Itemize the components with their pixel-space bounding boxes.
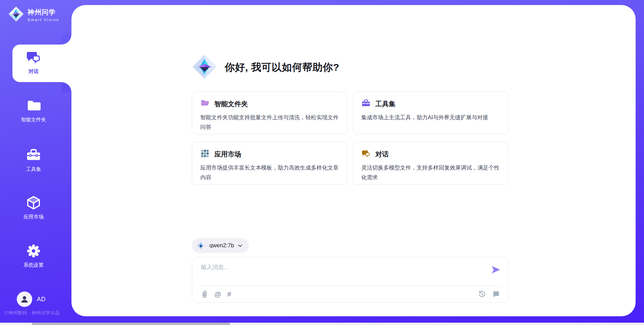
model-selector[interactable]: qwen2:7b: [192, 238, 249, 253]
app-subtitle: Smart Vision: [28, 18, 59, 22]
greeting-title: 你好, 我可以如何帮助你?: [225, 61, 339, 74]
feature-cards: 智能文件夹 智能文件夹功能支持批量文件上传与清洗，轻松实现文件问答: [192, 91, 508, 185]
topic-button[interactable]: #: [227, 290, 231, 298]
paperclip-icon: [201, 290, 208, 298]
toolbox-icon: [361, 99, 371, 109]
card-title: 智能文件夹: [214, 100, 248, 109]
sidebar-item-label: 工具集: [0, 166, 67, 173]
card-title: 应用市场: [214, 150, 241, 159]
composer-divider: [199, 286, 501, 286]
mention-button[interactable]: @: [214, 290, 221, 298]
chat-icon: [25, 49, 42, 66]
at-icon: @: [214, 290, 221, 298]
app-title: 神州问学: [28, 8, 59, 17]
avatar: [17, 291, 32, 307]
sidebar-item-settings[interactable]: 系统设置: [0, 243, 67, 268]
user-chip[interactable]: AD: [17, 291, 46, 307]
grid-icon: [200, 149, 210, 159]
sidebar-item-label: 智能文件夹: [0, 117, 67, 123]
sidebar-footer-credit: ©神州数码 · 神州问学出品: [5, 310, 72, 316]
app-logo: 神州问学 Smart Vision: [8, 6, 59, 23]
card-desc: 应用市场提供丰富长文本模板，助力高效生成多样化文章内容: [200, 163, 339, 182]
sidebar-item-chat[interactable]: 对话: [0, 49, 67, 75]
tab-fillet-top: [61, 35, 71, 45]
model-name: qwen2:7b: [209, 242, 234, 249]
model-diamond-icon: [197, 241, 205, 250]
content-layer: 你好, 我可以如何帮助你? 智能文件夹 智能文件夹功能支持批量文件上传与清洗，轻…: [71, 5, 636, 316]
sidebar-item-label: 应用市场: [0, 214, 67, 220]
sidebar-item-app-market[interactable]: 应用市场: [0, 195, 67, 220]
user-initials: AD: [37, 296, 46, 303]
folder-icon: [26, 98, 41, 115]
brand-diamond-icon: [8, 6, 24, 23]
sidebar-item-label: 对话: [0, 68, 67, 75]
new-chat-button[interactable]: [492, 290, 500, 298]
chevron-down-icon: [237, 243, 243, 248]
folder-open-icon: [200, 99, 210, 109]
hash-icon: #: [227, 290, 231, 298]
chat-icon: [361, 149, 371, 159]
horizontal-scrollbar: [0, 323, 644, 325]
card-toolset[interactable]: 工具集 集成市场上主流工具，助力AI与外界无缝扩展与对接: [353, 91, 508, 134]
toolbox-icon: [26, 147, 41, 164]
gear-icon: [26, 243, 41, 260]
greeting-diamond-icon: [192, 54, 217, 81]
card-desc: 集成市场上主流工具，助力AI与外界无缝扩展与对接: [361, 113, 500, 122]
history-button[interactable]: [478, 290, 486, 298]
attach-file-button[interactable]: [201, 290, 208, 298]
sidebar-item-toolset[interactable]: 工具集: [0, 147, 67, 173]
card-desc: 灵活切换多模型文件，支持多样回复效果调试，满足个性化需求: [361, 163, 500, 182]
chat-bubble-icon: [492, 290, 500, 298]
sidebar: 神州问学 Smart Vision 对话 智能文件夹: [0, 0, 71, 325]
horizontal-scrollbar-thumb[interactable]: [32, 323, 230, 325]
card-app-market[interactable]: 应用市场 应用市场提供丰富长文本模板，助力高效生成多样化文章内容: [192, 142, 347, 185]
send-button[interactable]: [491, 265, 501, 276]
message-input[interactable]: [201, 263, 483, 283]
card-title: 对话: [375, 150, 389, 159]
sidebar-item-smart-folder[interactable]: 智能文件夹: [0, 98, 67, 123]
card-chat[interactable]: 对话 灵活切换多模型文件，支持多样回复效果调试，满足个性化需求: [353, 142, 508, 185]
card-title: 工具集: [375, 100, 395, 109]
card-smart-folder[interactable]: 智能文件夹 智能文件夹功能支持批量文件上传与清洗，轻松实现文件问答: [192, 91, 347, 134]
message-composer: @ #: [192, 257, 508, 303]
card-desc: 智能文件夹功能支持批量文件上传与清洗，轻松实现文件问答: [200, 113, 339, 132]
cube-icon: [26, 195, 41, 212]
sidebar-item-label: 系统设置: [0, 262, 67, 268]
greeting-row: 你好, 我可以如何帮助你?: [192, 54, 508, 81]
tab-fillet-bottom: [61, 82, 71, 92]
history-icon: [478, 290, 486, 298]
